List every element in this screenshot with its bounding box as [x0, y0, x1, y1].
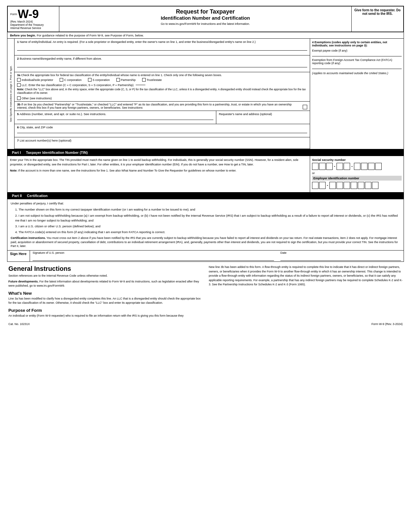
cb-individual-label: Individual/sole proprietor	[22, 78, 53, 82]
ein-box7[interactable]	[358, 182, 364, 189]
sign-label: Sign Here	[7, 251, 30, 261]
signature-area: Signature of U.S. person	[33, 251, 274, 261]
line5-label: 5	[17, 112, 19, 116]
irs-label: Internal Revenue Service	[10, 26, 56, 30]
line3a-text: Check the appropriate box for federal ta…	[21, 74, 222, 77]
ein-boxes: -	[312, 182, 402, 189]
give-form-text: Give form to the requester. Do not send …	[354, 8, 400, 15]
line7-field: 7 List account number(s) here (optional)	[15, 137, 310, 149]
gen-section-ref: Section references are to the Internal R…	[8, 274, 202, 278]
ssn-box7[interactable]	[361, 163, 367, 170]
cb-llc[interactable]: LLC. Enter the tax classification (C = C…	[17, 83, 145, 87]
ssn-box1[interactable]	[312, 163, 318, 170]
cb-partnership-label: Partnership	[121, 78, 136, 82]
part2-label: Part II	[10, 193, 24, 198]
cb-scorp[interactable]: S corporation	[88, 78, 110, 82]
cert-instructions-text: You must cross out item 2 above if you h…	[11, 236, 398, 248]
line3b-field: 3b If on line 3a you checked "Partnershi…	[15, 102, 310, 111]
date-label: Date	[280, 251, 401, 254]
website-text: Go to www.irs.gov/FormW9 for instruction…	[63, 22, 348, 25]
cb-partnership[interactable]: Partnership	[116, 78, 136, 82]
exempt-payee-label: Exempt payee code (if any)	[312, 49, 402, 52]
ein-box2[interactable]	[319, 182, 326, 189]
ssn-box4[interactable]	[337, 163, 343, 170]
date-line[interactable]	[280, 254, 401, 261]
exemptions-title: 4 Exemptions (codes apply only to certai…	[312, 41, 402, 47]
cb-trust-box[interactable]	[142, 78, 146, 82]
line1-label: 1	[17, 40, 19, 44]
part1-header: Part I Taxpayer Identification Number (T…	[7, 149, 404, 156]
cb-llc-box[interactable]	[17, 83, 21, 87]
cat-no: Cat. No. 10231X	[8, 322, 30, 326]
cb-scorp-label: S corporation	[93, 78, 110, 82]
cb-other-box[interactable]	[17, 96, 21, 100]
tin-note-text: If the account is in more than one name,…	[18, 169, 237, 172]
gen-left-col: General Instructions Section references …	[8, 265, 202, 319]
line2-field: 2 Business name/disregarded entity name,…	[15, 55, 310, 72]
cb-individual[interactable]: Individual/sole proprietor	[17, 78, 53, 82]
before-begin-text: For guidance related to the purpose of F…	[37, 34, 144, 37]
gen-title: General Instructions	[8, 265, 202, 272]
form-label: Form	[10, 13, 17, 16]
cb-3b-box[interactable]	[303, 105, 307, 109]
cb-trust[interactable]: Trust/estate	[142, 78, 162, 82]
cb-ccorp[interactable]: C corporation	[60, 78, 82, 82]
part1-label: Part I	[10, 150, 23, 155]
ein-box9[interactable]	[372, 182, 378, 189]
cb-individual-box[interactable]	[17, 78, 21, 82]
fatca-exemption: Exemption from Foreign Account Tax Compl…	[312, 58, 402, 69]
ssn-box6[interactable]	[354, 163, 360, 170]
part1-content: Enter your TIN in the appropriate box. T…	[7, 156, 404, 192]
sign-date-row: Signature of U.S. person Date	[33, 251, 401, 261]
sign-here-label: Sign Here	[10, 252, 27, 256]
ssn-box9[interactable]	[375, 163, 382, 170]
ssn-box5[interactable]	[344, 163, 350, 170]
under-penalties: Under penalties of perjury, I certify th…	[11, 201, 400, 206]
requester-label: Requester's name and address (optional)	[219, 113, 272, 116]
line5-field: 5 Address (number, street, and apt. or s…	[15, 111, 216, 124]
gen-future-dev: Future developments. For the latest info…	[8, 280, 202, 288]
signature-line[interactable]	[33, 254, 274, 261]
line7-text: List account number(s) here (optional)	[20, 139, 72, 142]
cb-ccorp-label: C corporation	[64, 78, 82, 82]
cb-ccorp-box[interactable]	[60, 78, 63, 82]
header-right: Give form to the requester. Do not send …	[352, 6, 403, 32]
note-label: Note:	[17, 88, 24, 91]
ssn-box8[interactable]	[368, 163, 375, 170]
ein-box6[interactable]	[351, 182, 357, 189]
cert1: 1. The number shown on this form is my c…	[15, 207, 400, 212]
sidebar-rotated: See Specific Instructions on page 3. Pri…	[7, 39, 15, 149]
tin-boxes-area: Social security number - - or Employer i…	[310, 156, 404, 192]
line1-text: Name of entity/individual. An entry is r…	[20, 40, 256, 44]
line1-field: 1 Name of entity/individual. An entry is…	[15, 39, 310, 55]
right-col-text: New line 3b has been added to this form.…	[209, 265, 403, 287]
part2-title: Certification	[27, 194, 48, 198]
exemptions-column: 4 Exemptions (codes apply only to certai…	[310, 39, 404, 149]
ein-box4[interactable]	[337, 182, 343, 189]
part2-header: Part II Certification	[7, 192, 404, 199]
cert-instructions: Certification instructions. You must cro…	[11, 236, 400, 248]
cb-partnership-box[interactable]	[116, 78, 120, 82]
before-begin-label: Before you begin.	[10, 34, 36, 37]
purpose-title: Purpose of Form	[8, 308, 202, 313]
line7-label: 7	[17, 139, 19, 142]
whats-new-title: What's New	[8, 291, 202, 296]
ssn-box3[interactable]	[326, 163, 333, 170]
cb-scorp-box[interactable]	[88, 78, 92, 82]
date-area: Date	[280, 251, 401, 261]
whats-new-text: Line 3a has been modified to clarify how…	[8, 297, 202, 305]
tin-instructions: Enter your TIN in the appropriate box. T…	[7, 156, 310, 192]
fatca-label: Exemption from Foreign Account Tax Compl…	[312, 58, 402, 65]
ein-dash: -	[326, 183, 329, 188]
note-text: Check the "LLC" box above and, in the en…	[17, 88, 306, 94]
ein-box1[interactable]	[312, 182, 318, 189]
ein-box8[interactable]	[365, 182, 371, 189]
ssn-box2[interactable]	[319, 163, 326, 170]
before-begin: Before you begin. For guidance related t…	[7, 32, 404, 39]
cb-other[interactable]: Other (see instructions)	[17, 96, 52, 100]
ein-box3[interactable]	[329, 182, 336, 189]
header-center: Request for Taxpayer Identification Numb…	[59, 6, 352, 32]
ssn-dash2: -	[351, 164, 353, 169]
ein-box5[interactable]	[344, 182, 350, 189]
cb-trust-label: Trust/estate	[147, 78, 162, 82]
